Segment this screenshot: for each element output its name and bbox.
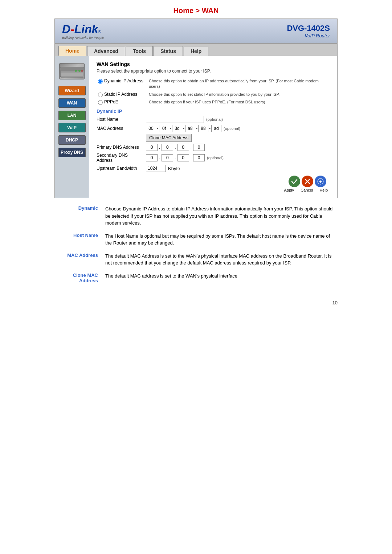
upstream-unit: Kbyte [168,166,180,171]
mac-field-3[interactable] [172,125,182,132]
logo-d: D [62,22,70,36]
desc-term-hostname: Host Name [54,233,102,247]
svg-point-4 [81,70,83,72]
static-ip-label-text: Static IP Address [104,92,137,97]
page-title: Home > WAN [0,0,392,19]
logo-dash: - [70,22,74,36]
sidebar-btn-proxydns[interactable]: Proxy DNS [58,148,86,157]
desc-body-hostname: The Host Name is optional but may be req… [105,233,338,247]
secondary-dns-row: Secondary DNS Address . . . (optional) [97,153,330,163]
apply-button[interactable] [289,176,300,187]
content-area: Wizard WAN LAN VoIP DHCP Proxy DNS WAN S… [55,56,337,198]
sidebar-btn-lan[interactable]: LAN [58,111,86,120]
svg-point-3 [75,70,77,72]
device-type: VoIP Router [287,33,330,38]
primary-dns-field-1[interactable] [146,144,158,151]
tab-advanced[interactable]: Advanced [87,46,125,56]
help-label: Help [319,188,328,192]
table-row: PPPoE Choose this option if your ISP use… [97,98,330,106]
dynamic-ip-desc: Choose this option to obtain an IP addre… [147,77,330,91]
primary-dns-field-2[interactable] [162,144,173,151]
desc-body-clonemac: The default MAC address is set to the WA… [105,272,338,283]
host-name-input[interactable] [146,116,204,123]
static-ip-cell: Static IP Address [97,91,147,98]
cancel-button[interactable] [302,176,313,187]
static-ip-desc: Choose this option to set static IP info… [147,91,330,98]
secondary-dns-inputs: . . . [146,154,205,161]
upstream-input[interactable] [146,165,166,172]
tab-tools[interactable]: Tools [126,46,153,56]
tab-status[interactable]: Status [154,46,183,56]
sidebar-btn-voip[interactable]: VoIP [58,123,86,132]
table-row: Dynamic IP Address Choose this option to… [97,77,330,91]
host-name-row: Host Name (optional) [97,116,330,123]
sidebar-btn-wan[interactable]: WAN [58,98,86,108]
dynamic-ip-radio[interactable] [98,79,103,84]
secondary-dns-optional: (optional) [207,156,224,160]
sidebar-btn-dhcp[interactable]: DHCP [58,135,86,145]
secondary-dns-field-2[interactable] [162,154,173,161]
secondary-dns-field-4[interactable] [193,154,205,161]
bandwidth-row: Kbyte [146,165,180,172]
wan-options-table: Dynamic IP Address Choose this option to… [97,77,330,106]
secondary-dns-label: Secondary DNS Address [97,153,144,163]
dns-sep-s2: . [175,155,176,160]
svg-rect-1 [60,67,84,71]
tab-home[interactable]: Home [58,46,86,56]
action-labels: Apply Cancel Help [97,188,330,192]
desc-body-dynamic: Choose Dynamic IP Address to obtain IP A… [105,205,338,227]
mac-optional: (optional) [224,126,240,131]
dynamic-ip-section-label: Dynamic IP [97,108,330,114]
mac-sep-3: - [183,126,184,131]
tab-help[interactable]: Help [184,46,208,56]
dns-sep-2: . [175,145,176,150]
description-section: Dynamic Choose Dynamic IP Address to obt… [54,205,338,296]
primary-dns-field-4[interactable] [193,144,205,151]
secondary-dns-field-1[interactable] [146,154,158,161]
primary-dns-row: Primary DNS Address . . . [97,144,330,151]
mac-field-2[interactable] [159,125,169,132]
nav-bar: Home Advanced Tools Status Help [55,44,337,56]
sidebar-btn-wizard[interactable]: Wizard [58,86,86,95]
dns-sep-s1: . [159,155,160,160]
desc-row-dynamic: Dynamic Choose Dynamic IP Address to obt… [54,205,338,227]
mac-field-5[interactable] [198,125,208,132]
dns-sep-1: . [159,145,160,150]
help-button[interactable]: + [315,176,326,187]
header-bar: D - Link ® Building Networks for People … [55,19,337,44]
primary-dns-inputs: . . . [146,144,205,151]
dns-sep-s3: . [191,155,192,160]
mac-sep-5: - [209,126,211,131]
static-ip-radio[interactable] [98,93,103,97]
mac-field-4[interactable] [185,125,195,132]
cancel-label: Cancel [301,188,313,192]
mac-sep-1: - [157,126,158,131]
dynamic-ip-label-text: Dynamic IP Address [104,78,143,83]
model-name: DVG-1402S [287,24,330,33]
mac-address-row: MAC Address - - - - - (optional) [97,125,330,132]
clone-mac-row: Clone MAC Address [97,134,330,142]
desc-row-clonemac: Clone MAC Address The default MAC addres… [54,272,338,283]
mac-field-1[interactable] [146,125,156,132]
action-row: + [97,176,330,187]
primary-dns-field-3[interactable] [177,144,189,151]
secondary-dns-field-3[interactable] [177,154,189,161]
svg-point-2 [78,70,81,72]
upstream-row: Upstream Bandwidth Kbyte [97,165,330,172]
desc-term-dynamic: Dynamic [54,205,102,227]
logo-building: Building Networks for People [62,36,104,40]
apply-label: Apply [284,188,294,192]
pppoe-radio[interactable] [98,100,103,105]
logo-reg: ® [98,29,101,34]
main-content: WAN Settings Please select the appropria… [89,56,337,198]
clone-mac-button[interactable]: Clone MAC Address [146,134,192,142]
primary-dns-label: Primary DNS Address [97,145,144,150]
host-name-optional: (optional) [206,117,223,122]
sidebar: Wizard WAN LAN VoIP DHCP Proxy DNS [55,56,89,198]
table-row: Static IP Address Choose this option to … [97,91,330,98]
mac-inputs: - - - - - [146,125,221,132]
router-panel: D - Link ® Building Networks for People … [54,19,338,198]
mac-field-6[interactable] [211,125,221,132]
dlink-logo: D - Link ® Building Networks for People [62,22,104,40]
section-title: WAN Settings [97,61,330,67]
